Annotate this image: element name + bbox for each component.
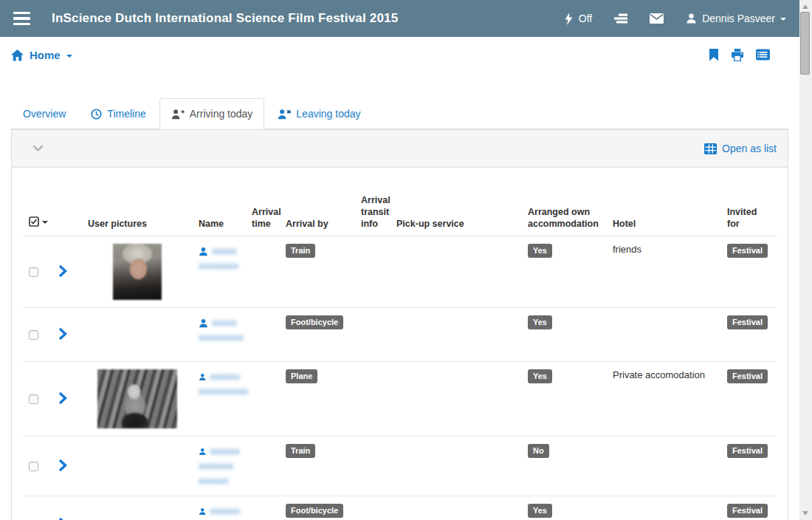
- arrival-time-cell: [246, 437, 280, 496]
- arrival-transit-cell: [355, 362, 390, 437]
- tab-bar: Overview Timeline Arriving today: [11, 98, 788, 129]
- expand-row-chevron-icon[interactable]: [58, 327, 67, 341]
- open-as-list-label: Open as list: [722, 143, 777, 154]
- table-row: xxxxxx xxxxxxx xxxxxx Train No Fes: [23, 437, 777, 496]
- breadcrumb-home[interactable]: Home: [11, 49, 72, 61]
- redacted-name-link[interactable]: xxxxxx: [210, 369, 241, 384]
- arrival-transit-cell: [355, 496, 390, 520]
- power-status-label: Off: [579, 13, 592, 24]
- expand-row-chevron-icon[interactable]: [58, 459, 67, 472]
- name-cell[interactable]: xxxxx xxxxxxxxx: [193, 308, 246, 362]
- row-checkbox[interactable]: [29, 267, 38, 277]
- redacted-name-link[interactable]: xxxxxx: [210, 504, 241, 519]
- user-menu[interactable]: Dennis Pasveer: [686, 13, 786, 24]
- invited-for-badge: Festival: [727, 244, 768, 258]
- expand-row-chevron-icon[interactable]: [58, 517, 67, 520]
- bookmark-icon[interactable]: [709, 49, 719, 61]
- name-cell[interactable]: xxxxxx xxxx: [193, 496, 246, 520]
- column-header-hotel: Hotel: [607, 187, 721, 236]
- tab-leaving-today[interactable]: Leaving today: [266, 98, 372, 129]
- redacted-name-link[interactable]: xxxxx: [212, 244, 237, 259]
- scrollbar[interactable]: [799, 0, 812, 520]
- open-as-list-link[interactable]: Open as list: [704, 143, 777, 154]
- clock-icon: [91, 109, 102, 120]
- caret-down-icon: [42, 221, 48, 224]
- user-photo[interactable]: [113, 244, 162, 300]
- accommodation-badge: Yes: [528, 244, 552, 258]
- table-row: xxxxxx xxxxxxxxxx Plane Yes Private acco…: [23, 362, 777, 437]
- user-name: Dennis Pasveer: [702, 13, 775, 24]
- row-checkbox[interactable]: [29, 330, 38, 340]
- column-header-arrival-time: Arrival time: [246, 187, 280, 236]
- redacted-name-link[interactable]: xxxxxxxx: [199, 259, 238, 273]
- arrival-transit-cell: [355, 437, 390, 496]
- checkbox-checked-icon: [29, 216, 39, 227]
- user-photo[interactable]: [97, 369, 177, 428]
- invited-for-badge: Festival: [727, 504, 768, 518]
- table-row: xxxxx xxxxxxxxx Foot/bicycle Yes Festiva…: [23, 308, 777, 362]
- table-row: xxxxx xxxxxxxx Train Yes friends Festiva…: [23, 236, 777, 308]
- redacted-name-link[interactable]: xxxxxxxxx: [199, 330, 244, 345]
- tab-arriving-today[interactable]: Arriving today: [159, 98, 265, 129]
- redacted-name-link[interactable]: xxxxxx: [199, 473, 229, 488]
- row-checkbox[interactable]: [29, 394, 38, 404]
- redacted-name-link[interactable]: xxxxx: [212, 315, 237, 330]
- column-header-arrival-transit-info: Arrival transit info: [355, 187, 390, 236]
- tab-leaving-today-label: Leaving today: [296, 106, 360, 121]
- redacted-name-link[interactable]: xxxxxxx: [199, 459, 233, 473]
- redacted-name-link[interactable]: xxxxxx: [210, 444, 241, 459]
- list-alt-icon[interactable]: [756, 49, 770, 61]
- user-plus-icon: [171, 109, 185, 120]
- tab-timeline-label: Timeline: [107, 106, 145, 121]
- collapse-panel-button[interactable]: [32, 142, 44, 155]
- page: InScience Dutch International Science Fi…: [0, 0, 799, 520]
- user-picture-cell: [82, 437, 193, 496]
- name-cell[interactable]: xxxxx xxxxxxxx: [193, 236, 246, 308]
- power-status-toggle[interactable]: Off: [564, 13, 592, 25]
- row-checkbox[interactable]: [29, 462, 38, 471]
- pickup-service-cell: [390, 362, 522, 437]
- arrivals-table: User pictures Name Arrival time Arrival …: [23, 187, 777, 520]
- tab-overview[interactable]: Overview: [11, 98, 78, 129]
- messages-menu[interactable]: [650, 13, 664, 24]
- arrival-by-badge: Foot/bicycle: [286, 315, 343, 329]
- tab-timeline[interactable]: Timeline: [79, 98, 157, 129]
- tab-arriving-today-label: Arriving today: [190, 106, 253, 121]
- invited-for-badge: Festival: [727, 444, 768, 458]
- app-title: InScience Dutch International Science Fi…: [52, 11, 398, 26]
- home-icon: [11, 49, 24, 61]
- lightning-bolt-icon: [564, 13, 574, 25]
- caret-down-icon: [780, 18, 786, 21]
- panel-heading: Open as list: [12, 130, 788, 168]
- tasks-icon: [614, 13, 627, 24]
- panel-body: User pictures Name Arrival time Arrival …: [12, 168, 788, 520]
- printer-icon[interactable]: [731, 49, 744, 61]
- expand-column-header: [52, 187, 82, 236]
- user-icon: [199, 447, 207, 456]
- name-cell[interactable]: xxxxxx xxxxxxx xxxxxx: [193, 437, 246, 496]
- column-header-user-pictures: User pictures: [82, 187, 193, 236]
- expand-row-chevron-icon[interactable]: [58, 391, 67, 405]
- scrollbar-down-arrow[interactable]: [802, 511, 808, 516]
- hotel-cell: Private accomodation: [607, 362, 721, 437]
- arrival-by-badge: Plane: [286, 369, 317, 383]
- arrival-transit-cell: [355, 236, 390, 308]
- chevron-down-icon: [32, 145, 44, 152]
- select-all-dropdown[interactable]: [29, 216, 48, 227]
- scrollbar-thumb[interactable]: [800, 12, 810, 75]
- tasks-menu[interactable]: [614, 13, 627, 24]
- pickup-service-cell: [390, 308, 522, 362]
- expand-row-chevron-icon[interactable]: [58, 264, 67, 278]
- name-cell[interactable]: xxxxxx xxxxxxxxxx: [193, 362, 246, 437]
- page-action-icons: [709, 49, 788, 61]
- breadcrumb-row: Home: [0, 37, 799, 69]
- scrollbar-up-arrow[interactable]: [802, 4, 808, 9]
- redacted-name-link[interactable]: xxxxxxxxxx: [199, 384, 249, 399]
- column-header-name: Name: [193, 187, 246, 236]
- hamburger-icon[interactable]: [13, 12, 30, 26]
- hotel-cell: [607, 437, 721, 496]
- arrival-transit-cell: [355, 308, 390, 362]
- user-icon: [199, 247, 208, 256]
- tab-overview-label: Overview: [23, 106, 66, 121]
- invited-for-badge: Festival: [727, 315, 768, 329]
